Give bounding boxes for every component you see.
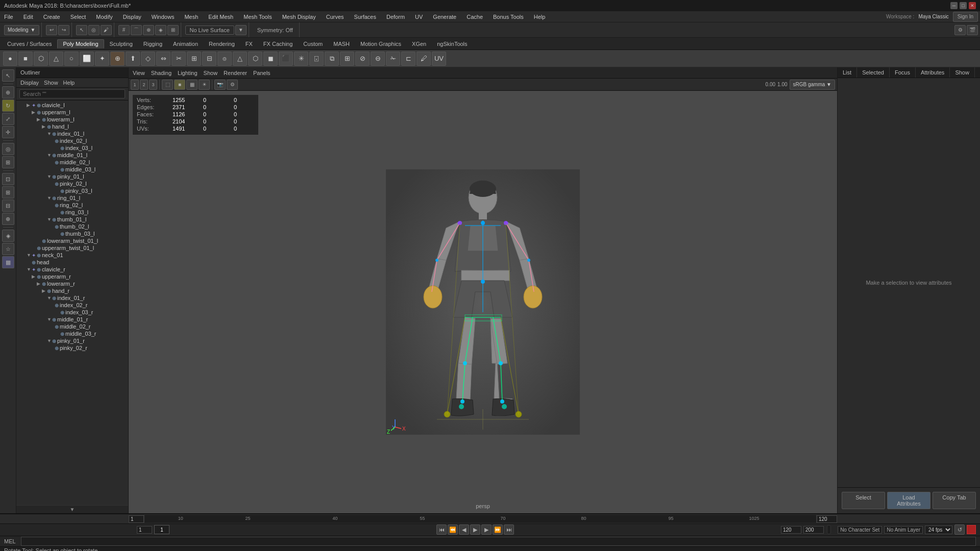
vp-texture[interactable]: ▦ [186,80,198,90]
shelf-icon-wedge[interactable]: ⌺ [309,52,324,66]
transform-btn[interactable]: ✛ [2,126,14,138]
tree-item-index03-l[interactable]: ⊕ index_03_l [16,144,128,152]
menu-windows[interactable]: Windows [150,14,177,20]
undo-button[interactable]: ↩ [46,25,57,35]
shelf-icon-fill[interactable]: ◼ [263,52,278,66]
vp-camera[interactable]: 📷 [214,80,226,90]
shelf-tab-mash[interactable]: MASH [328,40,355,48]
vp-mode2[interactable]: 2 [140,80,148,90]
timeline-start-field[interactable] [129,515,144,523]
tree-item-index03-r[interactable]: ⊕ index_03_r [16,309,128,316]
load-attributes-button[interactable]: Load Attributes [887,492,930,509]
shelf-icon-triangulate[interactable]: △ [233,52,247,66]
shelf-icon-crease[interactable]: ⊏ [401,52,415,66]
step-back-button[interactable]: ⏪ [448,524,458,535]
shelf-tab-motion[interactable]: Motion Graphics [355,40,406,48]
shelf-icon-quad[interactable]: ⬡ [248,52,262,66]
viewport-menu-renderer[interactable]: Renderer [224,70,247,76]
menu-mesh[interactable]: Mesh [182,14,200,20]
snap-point[interactable]: ⊕ [143,25,154,35]
tree-item-pinky02-l[interactable]: ⊕ pinky_02_l [16,180,128,187]
tree-item-middle03-l[interactable]: ⊕ middle_03_l [16,166,128,173]
menu-edit[interactable]: Edit [21,14,35,20]
mel-input[interactable] [21,537,976,546]
menu-create[interactable]: Create [41,14,62,20]
shelf-icon-torus[interactable]: ○ [64,52,79,66]
shelf-tab-curves[interactable]: Curves / Surfaces [2,40,57,48]
shelf-icon-plane[interactable]: ⬜ [80,52,94,66]
vp-mode1[interactable]: 1 [131,80,139,90]
play-button[interactable]: ▶ [470,524,480,535]
menu-curves[interactable]: Curves [324,14,346,20]
shelf-icon-cut[interactable]: ✁ [386,52,400,66]
timeline-end-field[interactable] [817,515,837,523]
show-manip-btn[interactable]: ⊞ [2,156,14,168]
tree-item-middle02-l[interactable]: ⊕ middle_02_l [16,159,128,166]
go-to-start-button[interactable]: ⏮ [436,524,447,535]
lasso-tool[interactable]: ◎ [88,25,100,35]
shelf-icon-cylinder[interactable]: ⬡ [34,52,48,66]
shelf-tab-animation[interactable]: Animation [168,40,203,48]
snap-grid[interactable]: # [118,25,130,35]
menu-generate[interactable]: Generate [431,14,458,20]
tree-item-index02-r[interactable]: ⊕ index_02_r [16,302,128,309]
quick-layout[interactable]: ▦ [2,256,14,268]
shelf-icon-boolean[interactable]: ⊖ [371,52,385,66]
bookmarks-btn[interactable]: ☆ [2,243,14,255]
rotate-btn active[interactable]: ↻ [2,99,14,112]
shelf-icon-duplicate[interactable]: ⧉ [325,52,339,66]
shelf-icon-extract[interactable]: ⊞ [340,52,354,66]
shelf-icon-insert-edge[interactable]: ⊞ [187,52,201,66]
shelf-icon-offset[interactable]: ⊟ [202,52,216,66]
viewport-menu-panels[interactable]: Panels [253,70,271,76]
snap-surface[interactable]: ⊞ [167,25,179,35]
playback-range-end[interactable] [781,526,801,534]
close-button[interactable]: ✕ [969,2,976,9]
tree-item-hand-l[interactable]: ▶ ⊕ hand_l [16,123,128,130]
tree-item-index01-r[interactable]: ▼ ⊕ index_01_r [16,294,128,302]
tree-item-middle02-r[interactable]: ⊕ middle_02_r [16,323,128,330]
loop-toggle[interactable] [827,525,831,534]
tree-item-ring03-l[interactable]: ⊕ ring_03_l [16,209,128,216]
move-btn[interactable]: ⊕ [2,86,14,98]
menu-select[interactable]: Select [68,14,88,20]
tree-item-ring01-l[interactable]: ▼ ⊕ ring_01_l [16,194,128,202]
viewport1-btn[interactable]: ⊡ [2,173,14,185]
outliner-menu-display[interactable]: Display [20,80,39,86]
tree-item-thumb02-l[interactable]: ⊕ thumb_02_l [16,223,128,230]
menu-deform[interactable]: Deform [384,14,407,20]
menu-modify[interactable]: Modify [94,14,114,20]
shelf-tab-fx[interactable]: FX [240,40,258,48]
tree-item-upperarm-r[interactable]: ▶ ⊕ upperarm_r [16,273,128,280]
display-options[interactable]: ⚙ [954,25,966,35]
step-fwd-button[interactable]: ⏩ [493,524,503,535]
shelf-icon-cube[interactable]: ■ [18,52,33,66]
current-frame-input[interactable] [154,525,169,534]
tree-item-upperarm-twist-l[interactable]: ⊕ upperarm_twist_01_l [16,244,128,252]
tree-item-lowerarm-l[interactable]: ▶ ⊕ lowerarm_l [16,116,128,123]
playback-start-input[interactable] [137,526,152,534]
shelf-tab-fx-caching[interactable]: FX Caching [258,40,298,48]
vp-wireframe[interactable]: ⬚ [162,80,173,90]
tree-item-thumb01-l[interactable]: ▼ ⊕ thumb_01_l [16,216,128,223]
tree-item-middle01-r[interactable]: ▼ ⊕ middle_01_r [16,316,128,323]
viewport-canvas[interactable]: Verts: 1255 0 0 Edges: 2371 0 0 Faces: 1… [129,91,837,513]
go-to-end-button[interactable]: ⏭ [504,524,514,535]
attr-tab-attributes[interactable]: Attributes [916,67,950,78]
shelf-icon-bevel[interactable]: ◇ [141,52,155,66]
select-tool[interactable]: ↖ [76,25,87,35]
minimize-button[interactable]: ─ [950,2,958,9]
outliner-menu-show[interactable]: Show [44,80,58,86]
isolate-btn[interactable]: ◈ [2,230,14,242]
shelf-tab-poly[interactable]: Poly Modeling [57,39,104,48]
shelf-tab-xgen[interactable]: XGen [407,40,431,48]
paint-select[interactable]: 🖌 [101,25,112,35]
live-dropdown[interactable]: ▼ [235,25,247,35]
shelf-tab-sculpting[interactable]: Sculpting [105,40,138,48]
redo-button[interactable]: ↪ [58,25,69,35]
vp-mode3[interactable]: 3 [149,80,157,90]
vp-solid[interactable]: ■ [174,80,185,90]
next-frame-button[interactable]: ▶ [481,524,492,535]
loop-icon[interactable]: ↺ [954,524,965,535]
copy-tab-button[interactable]: Copy Tab [933,492,976,509]
